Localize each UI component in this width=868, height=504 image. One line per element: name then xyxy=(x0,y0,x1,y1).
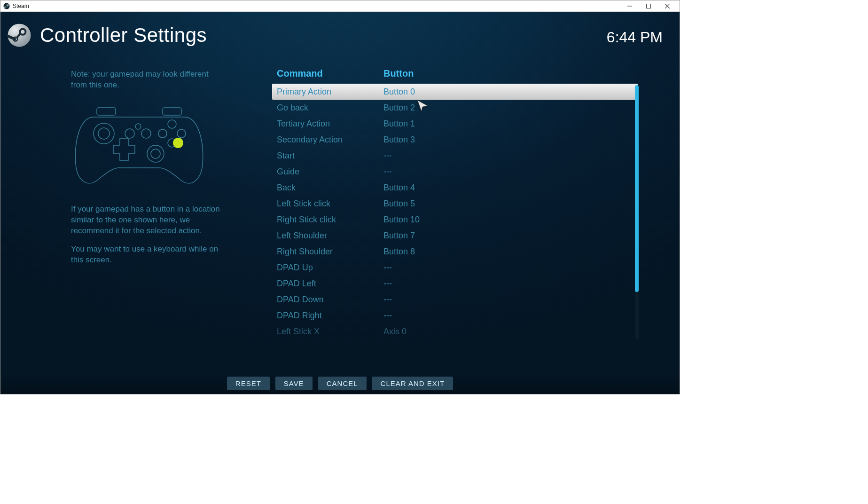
left-column: Note: your gamepad may look different fr… xyxy=(71,69,221,273)
clock: 6:44 PM xyxy=(607,29,663,46)
binding-command: Go back xyxy=(277,103,383,113)
binding-value: Button 0 xyxy=(383,87,633,97)
client-area: Controller Settings 6:44 PM Note: your g… xyxy=(0,12,680,394)
svg-point-0 xyxy=(3,3,9,9)
binding-command: Left Shoulder xyxy=(277,231,383,241)
binding-command: Back xyxy=(277,183,383,193)
binding-row[interactable]: Right Stick clickButton 10 xyxy=(272,212,638,228)
binding-command: Tertiary Action xyxy=(277,119,383,129)
reset-button[interactable]: RESET xyxy=(227,377,270,390)
binding-value: Button 5 xyxy=(383,199,633,209)
window-title: Steam xyxy=(13,3,29,9)
svg-point-25 xyxy=(147,145,164,162)
scrollbar-thumb[interactable] xyxy=(635,85,639,292)
binding-command: Left Stick X xyxy=(277,327,383,337)
close-icon xyxy=(665,4,670,8)
binding-value: Button 2 xyxy=(383,103,633,113)
svg-point-18 xyxy=(125,129,134,138)
binding-command: DPAD Right xyxy=(277,311,383,321)
binding-row[interactable]: Primary ActionButton 0 xyxy=(272,84,638,100)
hint-text-1: If your gamepad has a button in a locati… xyxy=(71,204,221,236)
binding-row[interactable]: DPAD Down--- xyxy=(272,291,638,307)
window-maximize-button[interactable] xyxy=(639,1,658,11)
svg-rect-15 xyxy=(163,108,181,115)
binding-row[interactable]: Right ShoulderButton 8 xyxy=(272,244,638,260)
binding-row[interactable]: DPAD Up--- xyxy=(272,260,638,276)
titlebar[interactable]: Steam xyxy=(0,0,680,12)
binding-command: Left Stick click xyxy=(277,199,383,209)
steam-icon xyxy=(3,3,10,9)
binding-value: Button 4 xyxy=(383,183,633,193)
page-header: Controller Settings xyxy=(7,23,207,47)
svg-point-22 xyxy=(177,129,186,138)
binding-row[interactable]: Secondary ActionButton 3 xyxy=(272,132,638,148)
binding-command: DPAD Down xyxy=(277,295,383,305)
header-command: Command xyxy=(277,68,383,79)
binding-row[interactable]: Left Stick clickButton 5 xyxy=(272,196,638,212)
binding-value: Button 8 xyxy=(383,247,633,257)
note-text: Note: your gamepad may look different fr… xyxy=(71,69,221,91)
binding-command: Start xyxy=(277,151,383,161)
list-header: Command Button xyxy=(272,68,638,84)
maximize-icon xyxy=(646,4,651,8)
svg-point-2 xyxy=(7,5,8,6)
binding-row[interactable]: Tertiary ActionButton 1 xyxy=(272,116,638,132)
page-title: Controller Settings xyxy=(40,24,207,47)
binding-value: --- xyxy=(383,167,633,177)
svg-point-19 xyxy=(141,129,151,138)
binding-value: --- xyxy=(383,295,633,305)
window-minimize-button[interactable] xyxy=(620,1,639,11)
binding-value: Button 1 xyxy=(383,119,633,129)
binding-command: Secondary Action xyxy=(277,135,383,145)
binding-value: Button 10 xyxy=(383,215,633,225)
svg-point-16 xyxy=(94,123,114,144)
binding-row[interactable]: DPAD Left--- xyxy=(272,276,638,291)
cancel-button[interactable]: CANCEL xyxy=(318,377,367,390)
hint-text-2: You may want to use a keyboard while on … xyxy=(71,244,221,266)
svg-point-20 xyxy=(135,124,141,129)
save-button[interactable]: SAVE xyxy=(275,377,313,390)
clear-and-exit-button[interactable]: CLEAR AND EXIT xyxy=(372,377,454,390)
binding-row[interactable]: DPAD Right--- xyxy=(272,307,638,323)
binding-value: Button 7 xyxy=(383,231,633,241)
list-rows: Primary ActionButton 0Go backButton 2Ter… xyxy=(272,84,638,338)
svg-rect-14 xyxy=(97,108,116,115)
binding-row[interactable]: Go backButton 2 xyxy=(272,100,638,116)
binding-value: Axis 0 xyxy=(383,327,633,337)
footer-bar: RESET SAVE CANCEL CLEAR AND EXIT xyxy=(0,372,680,394)
gamepad-illustration xyxy=(71,98,221,196)
minimize-icon xyxy=(627,4,632,8)
binding-command: DPAD Left xyxy=(277,279,383,289)
binding-row[interactable]: Left ShoulderButton 7 xyxy=(272,228,638,244)
gamepad-icon xyxy=(71,98,207,192)
binding-value: --- xyxy=(383,311,633,321)
svg-point-21 xyxy=(168,120,176,128)
binding-command: Primary Action xyxy=(277,87,383,97)
svg-point-26 xyxy=(151,149,160,158)
binding-command: Guide xyxy=(277,167,383,177)
binding-value: --- xyxy=(383,279,633,289)
svg-point-17 xyxy=(98,128,109,139)
window-close-button[interactable] xyxy=(658,1,677,11)
header-button: Button xyxy=(383,68,633,79)
svg-point-11 xyxy=(21,30,24,34)
binding-list: Command Button Primary ActionButton 0Go … xyxy=(272,68,638,341)
binding-row[interactable]: Left Stick XAxis 0 xyxy=(272,323,638,338)
svg-point-27 xyxy=(173,138,183,148)
binding-value: --- xyxy=(383,151,633,161)
svg-rect-5 xyxy=(647,4,651,8)
binding-command: Right Stick click xyxy=(277,215,383,225)
app-window: Steam xyxy=(0,0,680,394)
binding-command: DPAD Up xyxy=(277,263,383,273)
binding-command: Right Shoulder xyxy=(277,247,383,257)
svg-point-24 xyxy=(158,129,167,138)
steam-logo-icon xyxy=(7,23,31,47)
binding-row[interactable]: Start--- xyxy=(272,148,638,164)
binding-row[interactable]: Guide--- xyxy=(272,164,638,180)
binding-row[interactable]: BackButton 4 xyxy=(272,180,638,196)
list-scrollbar[interactable] xyxy=(635,85,639,339)
binding-value: Button 3 xyxy=(383,135,633,145)
binding-value: --- xyxy=(383,263,633,273)
